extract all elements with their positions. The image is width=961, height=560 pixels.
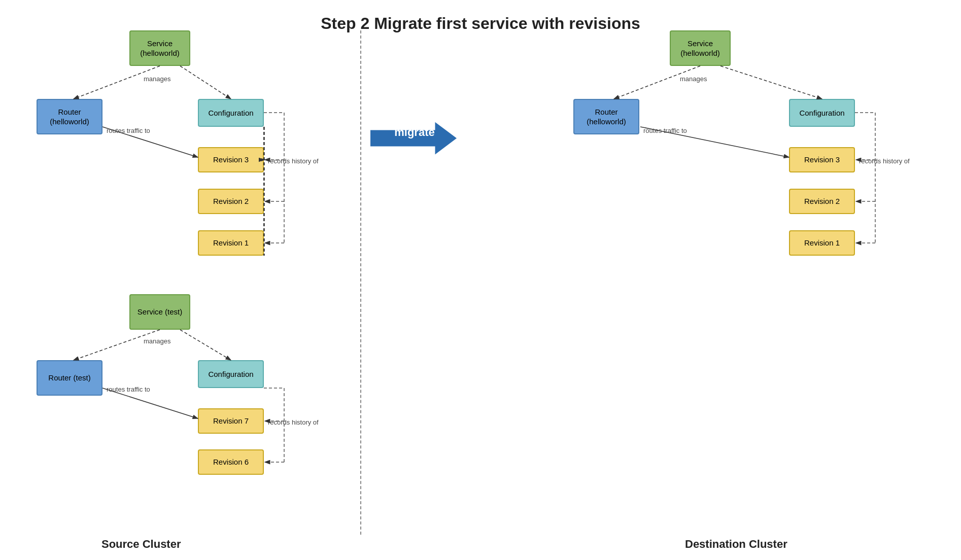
source-test-router: Router (test) xyxy=(37,360,102,396)
svg-line-21 xyxy=(74,330,160,360)
source-test-rev7: Revision 7 xyxy=(198,408,264,434)
manages-label-3: manages xyxy=(680,75,707,83)
routes-label-2: routes traffic to xyxy=(107,386,150,393)
dest-hw-config: Configuration xyxy=(789,99,855,127)
dest-cluster-label: Destination Cluster xyxy=(685,538,787,551)
dest-hw-service: Service (helloworld) xyxy=(670,30,731,66)
migrate-label: migrate xyxy=(376,126,453,139)
dest-hw-router: Router (helloworld) xyxy=(573,99,639,134)
records-label-3: records history of xyxy=(859,157,910,165)
routes-label-1: routes traffic to xyxy=(107,127,150,134)
divider-vertical xyxy=(360,30,361,535)
arrows-overlay xyxy=(0,0,961,560)
source-test-service: Service (test) xyxy=(129,294,190,330)
dest-hw-rev2: Revision 2 xyxy=(789,189,855,214)
routes-label-3: routes traffic to xyxy=(643,127,687,134)
svg-line-5 xyxy=(180,66,231,99)
source-hw-rev1: Revision 1 xyxy=(198,230,264,256)
dest-hw-rev3: Revision 3 xyxy=(789,147,855,172)
manages-label-1: manages xyxy=(144,75,170,83)
source-cluster-label: Source Cluster xyxy=(101,538,181,551)
source-hw-rev2: Revision 2 xyxy=(198,189,264,214)
source-hw-router: Router (helloworld) xyxy=(37,99,102,134)
manages-label-2: manages xyxy=(144,337,170,345)
records-label-2: records history of xyxy=(268,418,319,426)
svg-line-22 xyxy=(180,330,231,360)
source-hw-config: Configuration xyxy=(198,99,264,127)
source-test-rev6: Revision 6 xyxy=(198,449,264,475)
source-test-config: Configuration xyxy=(198,360,264,388)
source-hw-service: Service (helloworld) xyxy=(129,30,190,66)
source-hw-rev3: Revision 3 xyxy=(198,147,264,172)
dest-hw-rev1: Revision 1 xyxy=(789,230,855,256)
records-label-1: records history of xyxy=(268,157,319,165)
svg-line-29 xyxy=(720,66,822,99)
